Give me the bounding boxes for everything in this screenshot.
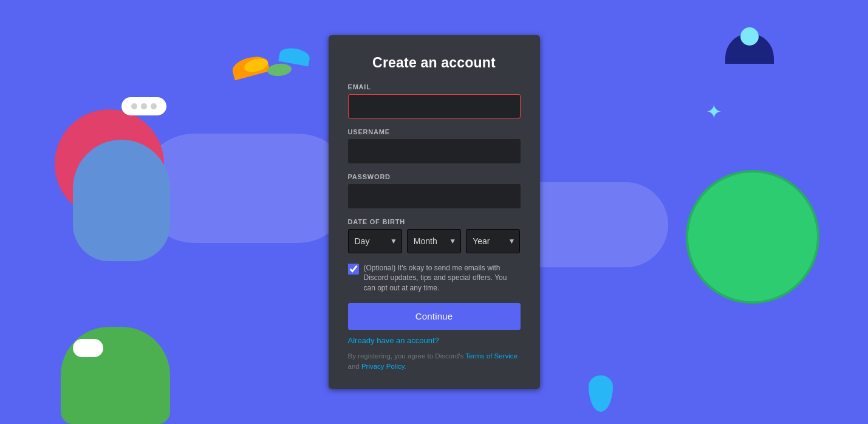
modal-overlay: Create an account EMAIL USERNAME PASSWOR… — [0, 0, 868, 424]
username-group: USERNAME — [348, 128, 521, 163]
terms-of-service-link[interactable]: Terms of Service — [465, 352, 518, 360]
terms-text: By registering, you agree to Discord's T… — [348, 351, 521, 372]
month-select[interactable]: Month January February March April May J… — [407, 229, 461, 253]
day-select-wrap: Day 1 2 3 31 ▼ — [348, 229, 402, 253]
email-input[interactable] — [348, 94, 521, 118]
password-label: PASSWORD — [348, 173, 521, 180]
username-input[interactable] — [348, 139, 521, 163]
year-select-wrap: Year 2024 2000 1990 1980 ▼ — [466, 229, 520, 253]
terms-pre-text: By registering, you agree to Discord's — [348, 352, 466, 360]
day-select[interactable]: Day 1 2 3 31 — [348, 229, 402, 253]
terms-post-text: . — [405, 363, 406, 370]
password-group: PASSWORD — [348, 173, 521, 208]
modal-title: Create an account — [348, 55, 521, 71]
year-select[interactable]: Year 2024 2000 1990 1980 — [466, 229, 520, 253]
month-select-wrap: Month January February March April May J… — [407, 229, 461, 253]
newsletter-label: (Optional) It's okay to send me emails w… — [364, 263, 521, 293]
privacy-policy-link[interactable]: Privacy Policy — [361, 363, 405, 370]
newsletter-checkbox-row: (Optional) It's okay to send me emails w… — [348, 263, 521, 293]
already-account-link[interactable]: Already have an account? — [348, 336, 521, 345]
date-row: Day 1 2 3 31 ▼ Month January February Ma… — [348, 229, 521, 253]
create-account-modal: Create an account EMAIL USERNAME PASSWOR… — [329, 35, 540, 389]
email-label: EMAIL — [348, 83, 521, 91]
email-group: EMAIL — [348, 83, 521, 118]
dob-group: DATE OF BIRTH Day 1 2 3 31 ▼ Month Ja — [348, 218, 521, 253]
dob-label: DATE OF BIRTH — [348, 218, 521, 225]
continue-button[interactable]: Continue — [348, 303, 521, 330]
username-label: USERNAME — [348, 128, 521, 135]
password-input[interactable] — [348, 184, 521, 208]
terms-and-text: and — [348, 363, 361, 370]
newsletter-checkbox[interactable] — [348, 264, 359, 275]
